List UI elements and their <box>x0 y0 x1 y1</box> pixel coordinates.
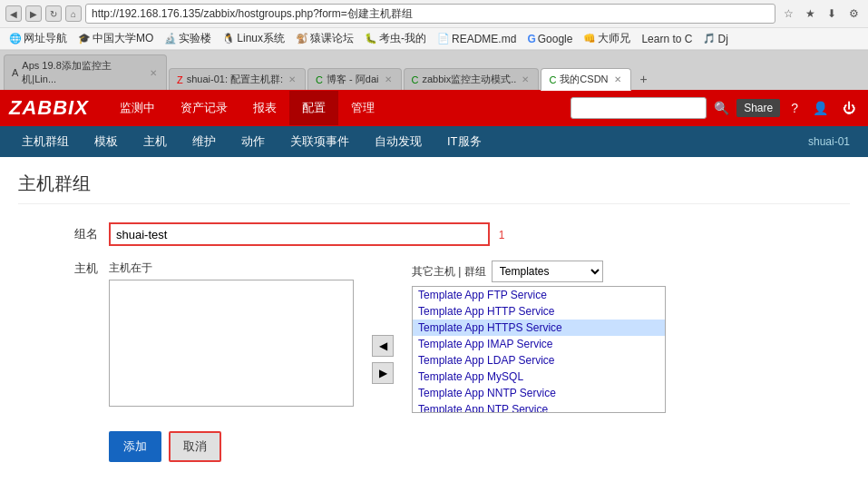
tab-2-close[interactable]: ✕ <box>287 74 297 84</box>
bookmark-nav[interactable]: 🌐网址导航 <box>5 30 71 47</box>
host-left-col: 主机在于 <box>109 261 354 413</box>
tab-5-label: 我的CSDN <box>560 73 608 86</box>
form-row-hosts: 主机 主机在于 ◀ ▶ 其它主机 | 群组 Templates <box>18 261 850 413</box>
bookmark-daxiong[interactable]: 👊大师兄 <box>580 30 634 47</box>
tab-1[interactable]: A Aps 19.8添加监控主机|Lin... ✕ <box>4 54 167 90</box>
nav-config[interactable]: 配置 <box>289 91 338 125</box>
subnav-hostgroups[interactable]: 主机群组 <box>9 126 82 157</box>
tab-3-close[interactable]: ✕ <box>383 74 394 84</box>
tab-5-close[interactable]: ✕ <box>612 74 623 84</box>
list-item[interactable]: Template App FTP Service <box>413 287 665 303</box>
back-button[interactable]: ◀ <box>5 5 22 22</box>
host-middle-col: ◀ ▶ <box>372 261 394 413</box>
other-host-label: 其它主机 | 群组 <box>412 264 486 280</box>
tab-3[interactable]: C 博客 - 阿dai ✕ <box>307 68 401 90</box>
host-right-col: 其它主机 | 群组 Templates Linux servers Window… <box>412 261 666 413</box>
footer-note: http://blog.csdn.net/aoli_shuai <box>0 477 868 482</box>
zabbix-logo: ZABBIX <box>9 96 89 120</box>
subnav-user: shuai-01 <box>799 128 859 155</box>
tab-1-close[interactable]: ✕ <box>148 68 159 78</box>
list-item[interactable]: Template App MySQL <box>413 369 665 385</box>
group-name-input[interactable] <box>109 222 490 246</box>
bookmark-learnc[interactable]: Learn to C <box>638 32 696 46</box>
search-icon[interactable]: 🔍 <box>714 101 729 115</box>
list-item[interactable]: Template App NTP Service <box>413 401 665 413</box>
tab-3-favicon: C <box>316 74 323 85</box>
group-select[interactable]: Templates Linux servers Windows servers … <box>492 261 603 282</box>
nav-assets[interactable]: 资产记录 <box>168 91 240 125</box>
move-right-button[interactable]: ▶ <box>372 362 394 384</box>
tab-4[interactable]: C zabbix监控主动模式.. ✕ <box>404 68 540 90</box>
page-content: 主机群组 组名 1 主机 主机在于 ◀ ▶ <box>0 157 868 477</box>
move-left-button[interactable]: ◀ <box>372 335 394 357</box>
form-actions: 添加 取消 <box>109 431 850 462</box>
subnav-itservices[interactable]: IT服务 <box>434 126 494 157</box>
subnav-templates[interactable]: 模板 <box>82 126 131 157</box>
download-icon[interactable]: ⬇ <box>823 5 841 23</box>
list-item[interactable]: Template App LDAP Service <box>413 352 665 369</box>
name-control-wrap: 1 <box>109 222 850 246</box>
tab-1-label: Aps 19.8添加监控主机|Lin... <box>22 59 144 86</box>
share-button[interactable]: Share <box>736 99 780 117</box>
tab-2-favicon: Z <box>177 74 183 85</box>
bookmark-google[interactable]: G Google <box>523 32 576 46</box>
zabbix-header: ZABBIX 监测中 资产记录 报表 配置 管理 🔍 Share ? 👤 ⏻ <box>0 90 868 126</box>
tab-4-label: zabbix监控主动模式.. <box>422 73 516 86</box>
user-icon[interactable]: 👤 <box>809 101 832 115</box>
bookmark-ape[interactable]: 🐒猿课论坛 <box>292 30 357 47</box>
tab-4-favicon: C <box>412 74 419 85</box>
tab-1-favicon: A <box>12 67 18 78</box>
list-item[interactable]: Template App IMAP Service <box>413 336 665 352</box>
list-item[interactable]: Template App NNTP Service <box>413 385 665 401</box>
new-tab-button[interactable]: + <box>633 68 655 90</box>
bookmark-icon[interactable]: ★ <box>801 5 819 23</box>
tab-2-label: shuai-01: 配置主机群: <box>187 73 283 86</box>
form-row-name: 组名 1 <box>18 222 850 246</box>
tab-3-label: 博客 - 阿dai <box>327 73 378 86</box>
bookmark-linux[interactable]: 🐧Linux系统 <box>219 30 288 47</box>
tab-5-favicon: C <box>549 74 556 85</box>
host-content: 主机在于 ◀ ▶ 其它主机 | 群组 Templates Linux serve… <box>109 261 850 413</box>
nav-monitor[interactable]: 监测中 <box>107 91 168 125</box>
star-icon[interactable]: ☆ <box>779 5 797 23</box>
tab-4-close[interactable]: ✕ <box>520 74 531 84</box>
bookmark-readme[interactable]: 📄README.md <box>434 32 520 46</box>
tabs-bar: A Aps 19.8添加监控主机|Lin... ✕ Z shuai-01: 配置… <box>0 51 868 90</box>
name-label: 组名 <box>18 222 109 242</box>
bookmark-bug[interactable]: 🐛考虫-我的 <box>361 30 430 47</box>
home-button[interactable]: ⌂ <box>65 5 82 22</box>
settings-icon[interactable]: ⚙ <box>844 5 863 23</box>
refresh-button[interactable]: ↻ <box>45 5 62 22</box>
power-icon[interactable]: ⏻ <box>839 101 859 115</box>
subnav-actions[interactable]: 动作 <box>229 126 278 157</box>
list-item[interactable]: Template App HTTPS Service <box>413 320 665 336</box>
add-button[interactable]: 添加 <box>109 431 161 462</box>
header-search-input[interactable] <box>571 97 707 119</box>
host-in-group-label: 主机在于 <box>109 261 354 276</box>
hosts-in-group-list[interactable] <box>109 280 354 407</box>
bookmark-mooc[interactable]: 🎓中国大学MO <box>74 30 157 47</box>
bookmark-dj[interactable]: 🎵Dj <box>699 32 731 46</box>
bookmarks-bar: 🌐网址导航 🎓中国大学MO 🔬实验楼 🐧Linux系统 🐒猿课论坛 🐛考虫-我的… <box>0 28 868 50</box>
subnav-maintenance[interactable]: 维护 <box>180 126 229 157</box>
cancel-button[interactable]: 取消 <box>169 431 221 462</box>
nav-reports[interactable]: 报表 <box>240 91 289 125</box>
nav-admin[interactable]: 管理 <box>338 91 387 125</box>
bookmark-lab[interactable]: 🔬实验楼 <box>161 30 215 47</box>
subnav-hosts[interactable]: 主机 <box>131 126 180 157</box>
tab-2[interactable]: Z shuai-01: 配置主机群: ✕ <box>169 68 306 90</box>
subnav-correlations[interactable]: 关联项事件 <box>278 126 362 157</box>
header-right: 🔍 Share ? 👤 ⏻ <box>571 97 859 119</box>
page-title: 主机群组 <box>18 172 850 204</box>
browser-chrome: ◀ ▶ ↻ ⌂ ☆ ★ ⬇ ⚙ 🌐网址导航 🎓中国大学MO 🔬实验楼 🐧Linu… <box>0 0 868 51</box>
help-icon[interactable]: ? <box>787 101 802 115</box>
name-note: 1 <box>499 225 505 241</box>
available-hosts-list[interactable]: Template App FTP Service Template App HT… <box>412 286 666 413</box>
browser-toolbar: ◀ ▶ ↻ ⌂ ☆ ★ ⬇ ⚙ <box>0 0 868 28</box>
subnav-discovery[interactable]: 自动发现 <box>362 126 434 157</box>
forward-button[interactable]: ▶ <box>25 5 42 22</box>
list-item[interactable]: Template App HTTP Service <box>413 303 665 320</box>
host-label: 主机 <box>18 261 109 277</box>
address-bar[interactable] <box>85 4 775 24</box>
tab-5[interactable]: C 我的CSDN ✕ <box>541 68 630 91</box>
